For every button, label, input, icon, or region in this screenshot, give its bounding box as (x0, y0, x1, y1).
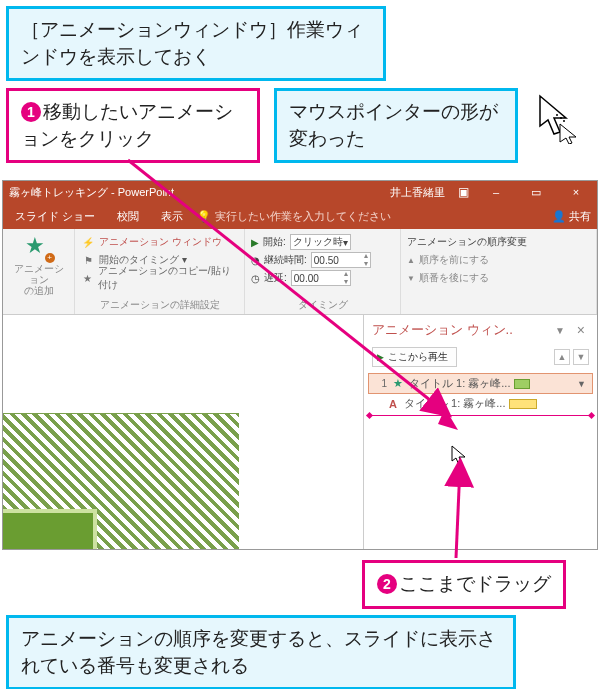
delay-label: 遅延: (264, 271, 287, 285)
callout-result: アニメーションの順序を変更すると、スライドに表示されている番号も変更される (6, 615, 516, 689)
svg-marker-5 (452, 446, 465, 465)
play-from-button[interactable]: ▶ ここから再生 (372, 347, 457, 367)
delay-icon: ◷ (251, 273, 260, 284)
window-minimize[interactable]: – (481, 186, 511, 198)
reorder-up-button[interactable]: ▲ (554, 349, 570, 365)
animation-painter-button[interactable]: アニメーションのコピー/貼り付け (98, 264, 238, 292)
animation-item-1[interactable]: 1 ★ タイトル 1: 霧ヶ峰... ▼ (368, 373, 593, 394)
duration-label: 継続時間: (264, 253, 307, 267)
tab-slideshow[interactable]: スライド ショー (7, 205, 103, 228)
tellme-icon: 💡 (197, 210, 211, 223)
share-label: 共有 (569, 209, 591, 224)
ribbon-group-advanced: ⚡アニメーション ウィンドウ ⚑開始のタイミング ★アニメーションのコピー/貼り… (75, 229, 245, 314)
ribbon-group-addanim: ★+ アニメーション の追加 (3, 229, 75, 314)
start-select[interactable]: クリック時 ▾ (290, 234, 351, 250)
reorder-header: アニメーションの順序変更 (407, 233, 590, 251)
app-title: 霧ヶ峰トレッキング - PowerPoint (9, 185, 174, 200)
down-icon: ▼ (407, 274, 415, 283)
callout-showpane: ［アニメーションウィンドウ］作業ウィンドウを表示しておく (6, 6, 386, 81)
pane-options-dropdown[interactable]: ▼ (555, 325, 565, 336)
callout-text: 移動したいアニメーションをクリック (21, 101, 233, 149)
tellme-input[interactable]: 実行したい作業を入力してください (215, 209, 391, 224)
share-button[interactable]: 👤 共有 (552, 209, 591, 224)
slide-canvas[interactable] (3, 315, 363, 549)
window-maximize[interactable]: ▭ (521, 186, 551, 199)
group-label-timing: タイミング (251, 298, 394, 312)
tab-view[interactable]: 表示 (153, 205, 191, 228)
step-number-2: 2 (377, 574, 397, 594)
svg-point-3 (560, 117, 562, 119)
anim-item-label: タイトル 1: 霧ヶ峰... (404, 396, 505, 411)
slide-shape[interactable] (3, 513, 93, 550)
anim-pane-icon: ⚡ (81, 237, 95, 248)
ribbon-display-icon[interactable]: ▣ (455, 184, 471, 200)
callout-text: ここまでドラッグ (399, 573, 551, 594)
pane-title: アニメーション ウィン.. (372, 321, 513, 339)
svg-point-4 (563, 120, 565, 122)
drag-cursor-icon (450, 445, 470, 467)
start-label: 開始: (263, 235, 286, 249)
delay-input[interactable]: 00.00 ▴▾ (291, 270, 351, 286)
ribbon-group-reorder: アニメーションの順序変更 ▲順序を前にする ▼順番を後にする (401, 229, 597, 314)
drag-insert-indicator (370, 415, 591, 416)
group-label-advanced: アニメーションの詳細設定 (81, 298, 238, 312)
anim-item-label: タイトル 1: 霧ヶ峰... (409, 376, 510, 391)
duration-input[interactable]: 00.50 ▴▾ (311, 252, 371, 268)
ribbon-group-timing: ▶ 開始: クリック時 ▾ ◔ 継続時間: 00.50 ▴▾ ◷ 遅延: (245, 229, 401, 314)
move-earlier-button[interactable]: 順序を前にする (419, 253, 489, 267)
add-animation-icon[interactable]: ★+ (25, 233, 53, 261)
cursor-preview-icon (536, 94, 576, 144)
user-name: 井上香緒里 (390, 185, 445, 200)
animation-pane: アニメーション ウィン.. ▼ × ▶ ここから再生 ▲ ▼ 1 ★ (363, 315, 597, 549)
titlebar: 霧ヶ峰トレッキング - PowerPoint 井上香緒里 ▣ – ▭ × (3, 181, 597, 203)
entrance-star-icon: ★ (391, 377, 405, 390)
ribbon-tabs: スライド ショー 校閲 表示 💡 実行したい作業を入力してください 👤 共有 (3, 203, 597, 229)
anim-item-dropdown[interactable]: ▼ (577, 379, 586, 389)
svg-marker-1 (560, 124, 576, 144)
callout-text: アニメーションの順序を変更すると、スライドに表示されている番号も変更される (21, 628, 496, 676)
powerpoint-window: 霧ヶ峰トレッキング - PowerPoint 井上香緒里 ▣ – ▭ × スライ… (2, 180, 598, 550)
step-number-1: 1 (21, 102, 41, 122)
share-icon: 👤 (552, 210, 566, 223)
tab-review[interactable]: 校閲 (109, 205, 147, 228)
up-icon: ▲ (407, 256, 415, 265)
window-close[interactable]: × (561, 186, 591, 198)
callout-text: ［アニメーションウィンドウ］作業ウィンドウを表示しておく (21, 19, 363, 67)
trigger-icon: ⚑ (81, 255, 95, 266)
clock-icon: ◔ (251, 255, 260, 266)
callout-step1: 1移動したいアニメーションをクリック (6, 88, 260, 163)
ribbon-body: ★+ アニメーション の追加 ⚡アニメーション ウィンドウ ⚑開始のタイミング … (3, 229, 597, 315)
animation-item-2[interactable]: A タイトル 1: 霧ヶ峰... (364, 394, 597, 413)
painter-icon: ★ (81, 273, 94, 284)
add-animation-label2: の追加 (24, 285, 54, 296)
play-icon: ▶ (377, 352, 384, 362)
play-from-label: ここから再生 (388, 350, 448, 364)
svg-point-2 (556, 114, 558, 116)
pane-close-button[interactable]: × (573, 322, 589, 338)
anim-timing-bar (514, 379, 530, 389)
move-later-button[interactable]: 順番を後にする (419, 271, 489, 285)
reorder-down-button[interactable]: ▼ (573, 349, 589, 365)
emphasis-a-icon: A (386, 398, 400, 410)
start-icon: ▶ (251, 237, 259, 248)
callout-pointer: マウスポインターの形が変わった (274, 88, 518, 163)
add-animation-label1: アニメーション (9, 263, 68, 285)
callout-step2: 2ここまでドラッグ (362, 560, 566, 609)
animation-pane-button[interactable]: アニメーション ウィンドウ (99, 235, 222, 249)
anim-order-number: 1 (375, 378, 387, 389)
workarea: アニメーション ウィン.. ▼ × ▶ ここから再生 ▲ ▼ 1 ★ (3, 315, 597, 549)
anim-timing-bar (509, 399, 537, 409)
callout-text: マウスポインターの形が変わった (289, 101, 498, 149)
chevron-down-icon: ▾ (343, 237, 348, 248)
